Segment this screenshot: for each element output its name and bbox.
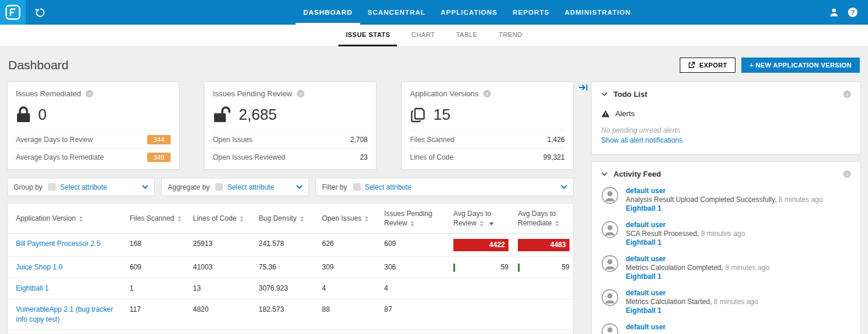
tab-table[interactable]: TABLE	[449, 25, 485, 46]
group-by-value: Select attribute	[60, 183, 107, 191]
avg-days-review-badge: 344	[147, 135, 171, 144]
chevron-down-icon[interactable]	[296, 185, 303, 189]
cell-bug-density: 182.573	[254, 330, 317, 334]
filter-by-dropdown[interactable]: Filter by Select attribute	[316, 178, 574, 196]
sort-icon[interactable]	[411, 221, 414, 227]
tab-trend[interactable]: TREND	[491, 25, 529, 46]
user-avatar-icon	[601, 187, 619, 213]
main-column: Issues Remediated i 0 Average Days to Re…	[7, 82, 574, 334]
nav-administration[interactable]: ADMINISTRATION	[557, 0, 639, 25]
col-lines-of-code: Lines of Code	[188, 204, 254, 234]
filter-by-label: Filter by	[322, 183, 347, 191]
export-button[interactable]: EXPORT	[680, 58, 735, 73]
chevron-down-icon[interactable]	[601, 92, 608, 96]
table-row[interactable]: VulnerableApp 2.0 (copy_current_state te…	[8, 330, 574, 334]
group-by-label: Group by	[13, 183, 42, 191]
table-row[interactable]: Juice Shop 1.0 609 41003 75.36 309 306 5…	[8, 257, 574, 278]
fortify-logo[interactable]	[0, 0, 26, 25]
sort-icon[interactable]	[240, 216, 243, 222]
user-avatar-icon	[601, 221, 619, 247]
activity-target-link[interactable]: Eightball 1	[626, 204, 823, 213]
col-files-scanned: Files Scanned	[125, 204, 188, 234]
app-version-link[interactable]: Bill Payment Processor 2.5	[16, 239, 100, 248]
cell-avg-days-review	[449, 299, 513, 330]
table-row[interactable]: Bill Payment Processor 2.5 168 25913 241…	[8, 234, 574, 257]
activity-user-link[interactable]: default user	[626, 323, 666, 332]
sort-icon[interactable]	[178, 216, 181, 222]
cell-files-scanned: 609	[125, 257, 188, 278]
cell-lines-of-code: 4820	[188, 299, 254, 330]
col-header-label: Bug Density	[259, 214, 297, 222]
table-row[interactable]: VulnerableApp 2.1 (bug tracker info copy…	[8, 299, 574, 330]
activity-target-link[interactable]: Eightball 1	[626, 306, 758, 315]
activity-target-link[interactable]: Eightball 1	[626, 272, 769, 281]
collapse-sidebar-arrow-icon[interactable]	[578, 83, 588, 94]
export-button-label: EXPORT	[699, 62, 727, 69]
col-avg-days-remediate: Avg Days to Remediate	[513, 204, 574, 234]
new-application-version-button[interactable]: + NEW APPLICATION VERSION	[741, 58, 860, 73]
activity-time: 8 minutes ago	[725, 264, 769, 272]
app-version-link[interactable]: VulnerableApp 2.1 (bug tracker info copy…	[16, 305, 113, 323]
tab-issue-stats[interactable]: ISSUE STATS	[338, 25, 397, 46]
sort-icon[interactable]	[480, 221, 483, 227]
cell-bug-density: 75.36	[254, 257, 317, 278]
info-icon[interactable]: i	[843, 170, 851, 178]
header-actions: EXPORT + NEW APPLICATION VERSION	[680, 58, 860, 73]
cell-lines-of-code: 41003	[188, 257, 254, 278]
activity-text: Analysis Result Upload Completed Success…	[626, 195, 777, 204]
alerts-label: Alerts	[615, 109, 635, 118]
card-value: 15	[433, 106, 450, 124]
cell-issues-pending: 609	[379, 234, 449, 257]
cell-avg-days-review	[449, 330, 513, 334]
activity-user-link[interactable]: default user	[626, 255, 769, 264]
nav-applications[interactable]: APPLICATIONS	[433, 0, 505, 25]
card-value: 0	[38, 106, 46, 124]
show-alert-notifications-link[interactable]: Show all alert notifications	[601, 136, 851, 144]
nav-reports[interactable]: REPORTS	[505, 0, 557, 25]
col-header-label: Application Version	[16, 214, 76, 222]
activity-target-link[interactable]: Eightball 1	[626, 238, 745, 247]
lock-closed-icon	[16, 106, 31, 123]
activity-user-link[interactable]: default user	[626, 221, 745, 230]
activity-user-link[interactable]: default user	[626, 289, 758, 298]
col-avg-days-review: Avg Days to Review	[449, 204, 513, 234]
chevron-down-icon[interactable]	[561, 185, 567, 189]
aggregate-by-label: Aggregate by	[168, 183, 209, 191]
page-header: Dashboard EXPORT + NEW APPLICATION VERSI…	[0, 47, 868, 82]
group-by-dropdown[interactable]: Group by Select attribute	[7, 178, 155, 196]
primary-nav: DASHBOARD SCANCENTRAL APPLICATIONS REPOR…	[296, 0, 638, 25]
app-version-link[interactable]: Juice Shop 1.0	[16, 263, 62, 271]
nav-dashboard[interactable]: DASHBOARD	[296, 0, 360, 25]
cell-lines-of-code: 13	[188, 278, 254, 299]
nav-scancentral[interactable]: SCANCENTRAL	[360, 0, 433, 25]
stat-label: Average Days to Remediate	[16, 153, 104, 161]
aggregate-by-dropdown[interactable]: Aggregate by Select attribute	[161, 178, 309, 196]
card-title: Issues Pending Review	[213, 89, 292, 98]
cell-bug-density: 182.573	[254, 299, 317, 330]
export-icon	[688, 62, 695, 69]
info-icon[interactable]: i	[843, 90, 851, 98]
sort-icon[interactable]	[79, 216, 83, 222]
avg-days-remediate-badge: 349	[147, 153, 171, 162]
activity-user-link[interactable]: default user	[626, 187, 823, 195]
sort-icon[interactable]	[365, 216, 368, 222]
user-icon[interactable]	[829, 7, 839, 18]
table-row[interactable]: Eightball 1 1 13 3076.923 4 4	[8, 278, 574, 299]
col-header-label: Issues Pending Review	[384, 210, 432, 227]
info-icon[interactable]: i	[297, 90, 304, 97]
sort-icon[interactable]	[555, 221, 559, 227]
tab-chart[interactable]: CHART	[404, 25, 442, 46]
app-version-link[interactable]: Eightball 1	[16, 284, 49, 292]
card-title: Issues Remediated	[16, 89, 81, 98]
column-menu-icon[interactable]	[489, 222, 494, 225]
info-icon[interactable]: i	[483, 90, 491, 97]
sort-icon[interactable]	[300, 216, 304, 222]
panel-title: Todo List	[613, 90, 647, 99]
activity-text: Metrics Calculation Completed,	[626, 264, 723, 272]
undo-icon[interactable]	[26, 0, 54, 25]
help-icon[interactable]: ?	[848, 8, 857, 17]
stat-cards-row: Issues Remediated i 0 Average Days to Re…	[7, 82, 574, 170]
chevron-down-icon[interactable]	[601, 172, 608, 176]
chevron-down-icon[interactable]	[142, 185, 148, 189]
info-icon[interactable]: i	[86, 90, 93, 97]
